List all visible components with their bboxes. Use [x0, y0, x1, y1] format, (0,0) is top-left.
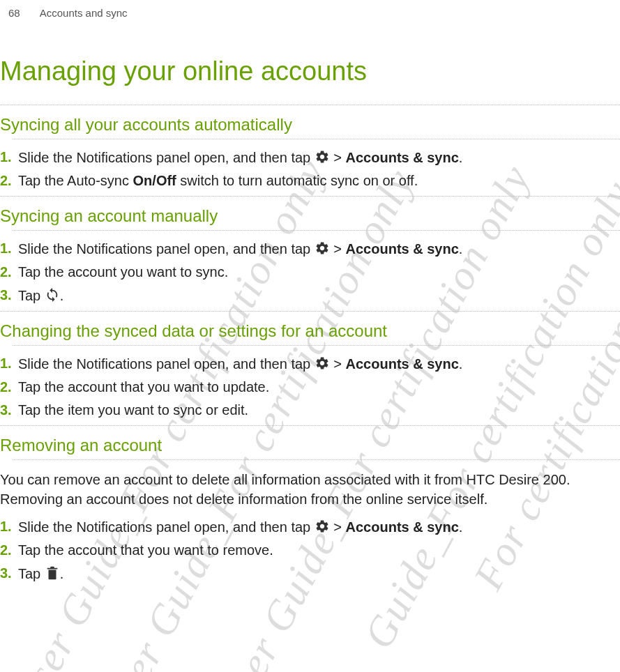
step-text: Slide the Notifications panel open, and …: [18, 150, 315, 165]
step-bold: Accounts & sync: [346, 150, 459, 165]
step-bold: Accounts & sync: [346, 519, 459, 535]
section-intro: You can remove an account to delete all …: [0, 470, 620, 509]
section-heading: Removing an account: [0, 436, 620, 455]
divider: [0, 425, 620, 426]
step-number: 2.: [0, 173, 12, 189]
step-number: 1.: [0, 149, 12, 165]
step-item: 1. Slide the Notifications panel open, a…: [18, 356, 620, 372]
section-sync-manual: Syncing an account manually 1. Slide the…: [0, 206, 620, 304]
gear-icon: [315, 356, 330, 371]
step-bold: On/Off: [133, 173, 176, 188]
step-item: 1. Slide the Notifications panel open, a…: [18, 519, 620, 535]
header-title: Accounts and sync: [40, 7, 128, 19]
step-number: 2.: [0, 264, 12, 280]
step-number: 2.: [0, 542, 12, 558]
step-punct: .: [60, 566, 64, 581]
page-header: 68Accounts and sync: [0, 7, 620, 19]
step-item: 3. Tap .: [18, 287, 620, 304]
divider: [13, 459, 620, 460]
step-bold: Accounts & sync: [346, 356, 459, 372]
step-text: >: [330, 356, 346, 372]
step-text: Tap the item you want to sync or edit.: [18, 402, 248, 418]
gear-icon: [315, 519, 330, 534]
step-number: 3.: [0, 402, 12, 418]
step-text: Tap the Auto-sync: [18, 173, 133, 188]
step-bold: Accounts & sync: [346, 241, 459, 257]
section-sync-auto: Syncing all your accounts automatically …: [0, 115, 620, 189]
step-text: >: [330, 519, 346, 535]
section-remove-account: Removing an account You can remove an ac…: [0, 436, 620, 582]
divider: [0, 196, 620, 197]
step-number: 2.: [0, 379, 12, 395]
step-number: 1.: [0, 240, 12, 257]
section-heading: Changing the synced data or settings for…: [0, 321, 620, 341]
step-item: 3. Tap the item you want to sync or edit…: [18, 402, 620, 418]
divider: [13, 230, 620, 231]
step-number: 3.: [0, 565, 12, 581]
section-heading: Syncing all your accounts automatically: [0, 115, 620, 135]
step-item: 3. Tap .: [18, 565, 620, 582]
divider: [13, 139, 620, 139]
step-text: Tap: [18, 566, 45, 581]
step-punct: .: [459, 241, 463, 257]
step-text: Tap: [18, 288, 45, 303]
step-punct: .: [459, 356, 463, 372]
step-text: Tap the account that you want to remove.: [18, 542, 273, 558]
step-item: 2. Tap the account you want to sync.: [18, 264, 620, 280]
divider: [13, 345, 620, 346]
step-item: 2. Tap the Auto-sync On/Off switch to tu…: [18, 173, 620, 189]
step-text: Tap the account you want to sync.: [18, 264, 228, 280]
step-punct: .: [459, 519, 463, 535]
page-title: Managing your online accounts: [0, 56, 620, 86]
section-heading: Syncing an account manually: [0, 206, 620, 226]
gear-icon: [315, 149, 330, 165]
step-item: 1. Slide the Notifications panel open, a…: [18, 240, 620, 257]
step-text: >: [330, 241, 346, 257]
step-text: Slide the Notifications panel open, and …: [18, 356, 315, 372]
divider: [0, 105, 620, 105]
page-number: 68: [8, 7, 20, 19]
step-punct: .: [459, 150, 463, 165]
step-text: >: [330, 150, 346, 165]
step-number: 3.: [0, 287, 12, 303]
section-change-synced: Changing the synced data or settings for…: [0, 321, 620, 418]
step-number: 1.: [0, 519, 12, 535]
step-text: Slide the Notifications panel open, and …: [18, 241, 315, 257]
sync-icon: [45, 287, 60, 303]
step-number: 1.: [0, 356, 12, 372]
gear-icon: [315, 240, 330, 256]
step-punct: .: [60, 288, 64, 303]
divider: [0, 311, 620, 312]
step-text: switch to turn automatic sync on or off.: [176, 173, 418, 188]
step-item: 2. Tap the account that you want to upda…: [18, 379, 620, 395]
step-item: 2. Tap the account that you want to remo…: [18, 542, 620, 558]
step-text: Slide the Notifications panel open, and …: [18, 519, 315, 535]
step-item: 1. Slide the Notifications panel open, a…: [18, 149, 620, 166]
step-text: Tap the account that you want to update.: [18, 379, 269, 395]
trash-icon: [45, 565, 60, 581]
